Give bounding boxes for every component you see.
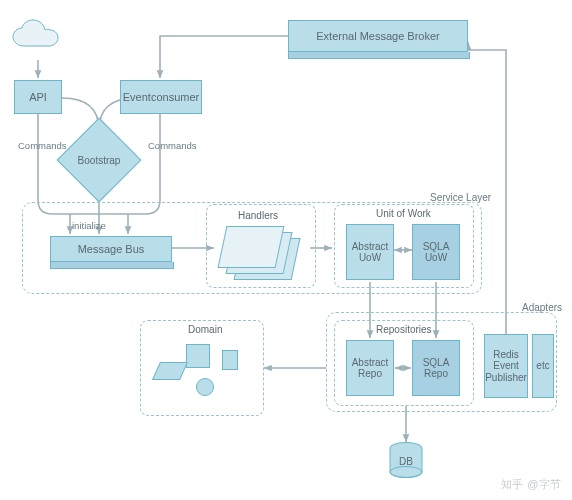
node-label: Abstract UoW bbox=[352, 241, 389, 264]
domain-circle bbox=[196, 378, 214, 396]
domain-square bbox=[186, 344, 210, 368]
shadow bbox=[50, 262, 174, 269]
subgroup-handlers bbox=[206, 204, 316, 288]
group-label-adapters: Adapters bbox=[520, 302, 564, 313]
node-eventconsumer: Eventconsumer bbox=[120, 80, 202, 114]
cloud-icon bbox=[10, 18, 64, 54]
edge-label-commands-right: Commands bbox=[148, 140, 197, 151]
node-sqla-repo: SQLA Repo bbox=[412, 340, 460, 396]
node-abstract-uow: Abstract UoW bbox=[346, 224, 394, 280]
node-label: Eventconsumer bbox=[123, 91, 199, 104]
node-message-bus: Message Bus bbox=[50, 236, 172, 262]
label-domain: Domain bbox=[188, 324, 222, 335]
node-label: etc bbox=[536, 360, 549, 372]
node-etc: etc bbox=[532, 334, 554, 398]
shadow bbox=[288, 52, 470, 59]
node-label: Abstract Repo bbox=[352, 357, 389, 380]
node-label: External Message Broker bbox=[316, 30, 440, 43]
node-label: SQLA UoW bbox=[423, 241, 450, 264]
node-label: API bbox=[29, 91, 47, 104]
edge-label-commands-left: Commands bbox=[18, 140, 67, 151]
node-label: Bootstrap bbox=[78, 155, 121, 166]
node-redis-event-publisher: Redis Event Publisher bbox=[484, 334, 528, 398]
watermark: 知乎 @字节 bbox=[501, 477, 562, 492]
label-repositories: Repositories bbox=[376, 324, 432, 335]
diagram-canvas: External Message Broker API Eventconsume… bbox=[0, 0, 572, 500]
label-uow: Unit of Work bbox=[376, 208, 431, 219]
node-external-message-broker: External Message Broker bbox=[288, 20, 468, 52]
node-sqla-uow: SQLA UoW bbox=[412, 224, 460, 280]
node-db: DB bbox=[388, 442, 424, 482]
node-label: Redis Event Publisher bbox=[485, 349, 527, 384]
node-label: DB bbox=[388, 456, 424, 467]
node-api: API bbox=[14, 80, 62, 114]
node-label: SQLA Repo bbox=[423, 357, 450, 380]
node-abstract-repo: Abstract Repo bbox=[346, 340, 394, 396]
group-label-service-layer: Service Layer bbox=[428, 192, 493, 203]
node-bootstrap: Bootstrap bbox=[69, 130, 129, 190]
node-label: Message Bus bbox=[78, 243, 145, 256]
domain-doc bbox=[222, 350, 238, 370]
